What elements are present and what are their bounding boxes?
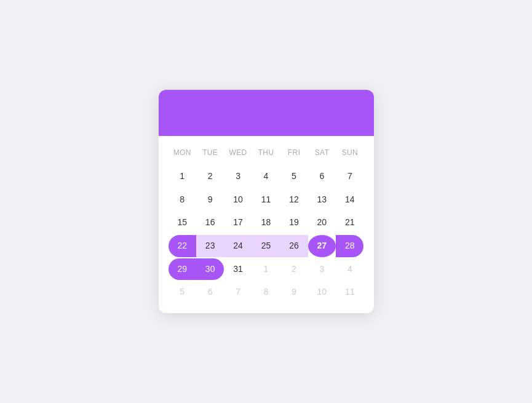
day-cell[interactable]: 2 [280, 258, 308, 281]
day-cell[interactable]: 8 [169, 189, 196, 211]
day-cell[interactable]: 29 [169, 258, 196, 281]
day-cell[interactable]: 3 [224, 166, 252, 188]
day-cell[interactable]: 24 [224, 235, 252, 257]
day-cell[interactable]: 1 [252, 258, 280, 281]
next-month-button[interactable] [353, 111, 365, 116]
calendar: MONTUEWEDTHUFRISATSUN 123456789101112131… [159, 90, 374, 313]
day-cell[interactable]: 2 [196, 166, 224, 188]
day-cell[interactable]: 21 [336, 212, 363, 234]
weekday-label: THU [252, 143, 280, 162]
day-cell[interactable]: 16 [196, 212, 224, 234]
day-cell[interactable]: 10 [224, 189, 252, 211]
day-cell[interactable]: 28 [336, 235, 363, 257]
day-cell[interactable]: 30 [196, 258, 224, 281]
day-cell[interactable]: 6 [308, 166, 336, 188]
day-cell[interactable]: 31 [224, 258, 252, 281]
day-cell[interactable]: 15 [169, 212, 196, 234]
day-cell[interactable]: 11 [252, 189, 280, 211]
day-cell[interactable]: 1 [169, 166, 196, 188]
weekday-label: MON [169, 143, 196, 162]
day-cell[interactable]: 9 [196, 189, 224, 211]
day-cell[interactable]: 19 [280, 212, 308, 234]
calendar-title [264, 103, 268, 122]
day-cell[interactable]: 20 [308, 212, 336, 234]
day-cell[interactable]: 6 [196, 281, 224, 303]
days-grid: 1234567891011121314151617181920212223242… [169, 166, 364, 303]
day-cell[interactable]: 23 [196, 235, 224, 257]
day-cell[interactable]: 13 [308, 189, 336, 211]
day-cell[interactable]: 14 [336, 189, 363, 211]
day-cell[interactable]: 5 [169, 281, 196, 303]
weekday-label: SUN [336, 143, 363, 162]
day-cell[interactable]: 10 [308, 281, 336, 303]
day-cell[interactable]: 25 [252, 235, 280, 257]
day-cell[interactable]: 11 [336, 281, 363, 303]
day-cell[interactable]: 7 [336, 166, 363, 188]
weekday-label: TUE [196, 143, 224, 162]
day-cell[interactable]: 9 [280, 281, 308, 303]
day-cell[interactable]: 8 [252, 281, 280, 303]
day-cell[interactable]: 26 [280, 235, 308, 257]
weekday-label: SAT [308, 143, 336, 162]
day-cell[interactable]: 27 [308, 235, 336, 257]
day-cell[interactable]: 12 [280, 189, 308, 211]
day-cell[interactable]: 4 [336, 258, 363, 281]
calendar-header [159, 90, 374, 136]
weekday-label: FRI [280, 143, 308, 162]
weekdays-row: MONTUEWEDTHUFRISATSUN [169, 143, 364, 162]
day-cell[interactable]: 7 [224, 281, 252, 303]
weekday-label: WED [224, 143, 252, 162]
day-cell[interactable]: 22 [169, 235, 196, 257]
day-cell[interactable]: 4 [252, 166, 280, 188]
day-cell[interactable]: 3 [308, 258, 336, 281]
prev-month-button[interactable] [167, 111, 180, 116]
calendar-body: MONTUEWEDTHUFRISATSUN 123456789101112131… [159, 136, 374, 313]
day-cell[interactable]: 5 [280, 166, 308, 188]
day-cell[interactable]: 18 [252, 212, 280, 234]
day-cell[interactable]: 17 [224, 212, 252, 234]
